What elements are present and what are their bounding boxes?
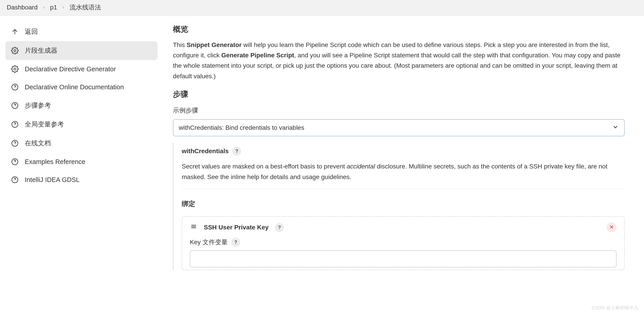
sidebar-item-label: IntelliJ IDEA GDSL [25,176,80,184]
key-var-label: Key 文件变量 [190,238,228,247]
svg-point-5 [15,107,15,107]
sidebar-item-back[interactable]: 返回 [6,22,158,41]
chevron-right-icon: › [43,4,44,10]
breadcrumb: Dashboard › p1 › 流水线语法 [0,0,644,16]
help-button[interactable]: ? [231,238,240,247]
chevron-right-icon: › [62,4,64,10]
svg-point-0 [14,50,16,52]
sidebar-item-global-var[interactable]: 全局变量参考 [6,115,158,134]
overview-bold: Snippet Generator [187,41,242,48]
sidebar-item-label: Declarative Directive Generator [25,65,116,73]
sidebar-item-label: 全局变量参考 [25,120,64,129]
svg-point-7 [15,126,15,126]
svg-point-3 [15,88,15,89]
help-icon [11,120,19,128]
svg-point-11 [15,163,15,164]
breadcrumb-dashboard[interactable]: Dashboard [7,4,38,11]
delete-binding-button[interactable] [606,223,616,232]
sidebar-item-step-reference[interactable]: 步骤参考 [6,96,158,115]
bindings-heading: 绑定 [182,199,625,209]
close-icon [609,224,614,231]
help-button[interactable]: ? [275,223,284,232]
arrow-up-icon [11,28,19,36]
overview-bold: Generate Pipeline Script [221,52,294,59]
desc-text: Secret values are masked on a best-effor… [182,163,347,170]
help-icon [11,158,19,166]
step-detail-description: Secret values are masked on a best-effor… [182,161,625,189]
sidebar: 返回 片段生成器 Declarative Directive Generator… [0,16,162,270]
svg-point-13 [15,181,15,182]
watermark: CSDN @上树的蜗牛儿 [592,305,638,311]
example-step-label: 示例步骤 [173,106,625,115]
sidebar-item-examples[interactable]: Examples Reference [6,153,158,171]
sidebar-item-online-docs[interactable]: 在线文档 [6,134,158,153]
help-button[interactable]: ? [232,147,241,156]
help-icon [11,83,19,91]
help-icon [11,176,19,184]
step-select-value[interactable]: withCredentials: Bind credentials to var… [173,119,625,136]
sidebar-item-label: Examples Reference [25,158,85,166]
overview-paragraph: This Snippet Generator will help you lea… [173,40,625,81]
step-select[interactable]: withCredentials: Bind credentials to var… [173,119,625,136]
sidebar-item-label: 返回 [25,27,38,36]
sidebar-item-label: 在线文档 [25,139,51,148]
gear-icon [11,46,19,55]
drag-handle-icon[interactable] [190,223,198,231]
sidebar-item-directive-generator[interactable]: Declarative Directive Generator [6,60,158,78]
key-file-var-input[interactable] [190,250,616,268]
svg-point-1 [14,68,16,70]
sidebar-item-label: 片段生成器 [25,46,58,55]
desc-em: accidental [347,163,375,170]
sidebar-item-snippet-generator[interactable]: 片段生成器 [6,41,158,60]
overview-heading: 概览 [173,24,625,34]
help-icon [11,101,19,110]
binding-type-title: SSH User Private Key [204,224,269,231]
step-detail-title: withCredentials [182,148,228,155]
breadcrumb-pipeline-syntax[interactable]: 流水线语法 [70,3,101,12]
overview-text: This [173,41,187,48]
svg-point-9 [15,145,15,145]
gear-icon [11,65,19,73]
steps-heading: 步骤 [173,89,625,99]
help-icon [11,139,19,147]
binding-card: SSH User Private Key ? Key 文件变量 ? [182,216,625,270]
sidebar-item-label: Declarative Online Documentation [25,83,124,91]
sidebar-item-label: 步骤参考 [25,101,51,110]
breadcrumb-p1[interactable]: p1 [50,4,57,11]
step-detail-panel: withCredentials ? Secret values are mask… [173,143,625,270]
sidebar-item-online-doc[interactable]: Declarative Online Documentation [6,78,158,96]
main-content: 概览 This Snippet Generator will help you … [162,16,637,270]
sidebar-item-intellij-gdsl[interactable]: IntelliJ IDEA GDSL [6,171,158,189]
